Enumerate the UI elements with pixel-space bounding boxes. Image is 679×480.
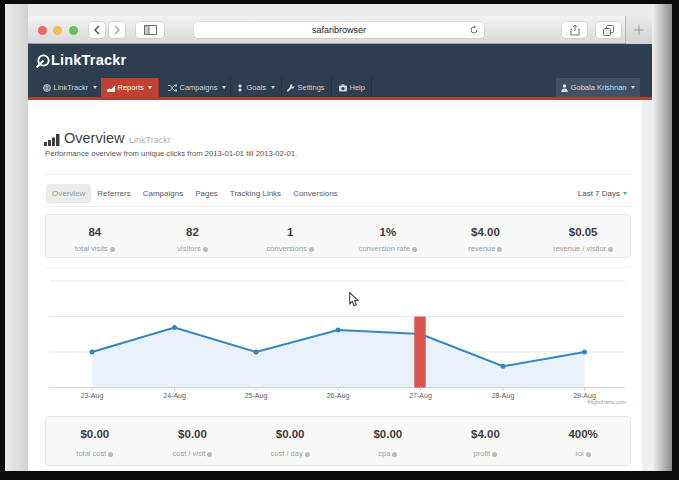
svg-text:26-Aug: 26-Aug xyxy=(327,392,350,400)
svg-text:25-Aug: 25-Aug xyxy=(245,392,268,400)
svg-text:27-Aug: 27-Aug xyxy=(409,392,432,400)
svg-text:24-Aug: 24-Aug xyxy=(163,392,186,400)
svg-text:23-Aug: 23-Aug xyxy=(81,392,104,400)
svg-text:28-Aug: 28-Aug xyxy=(492,392,515,400)
svg-text:Highcharts.com: Highcharts.com xyxy=(588,399,627,405)
